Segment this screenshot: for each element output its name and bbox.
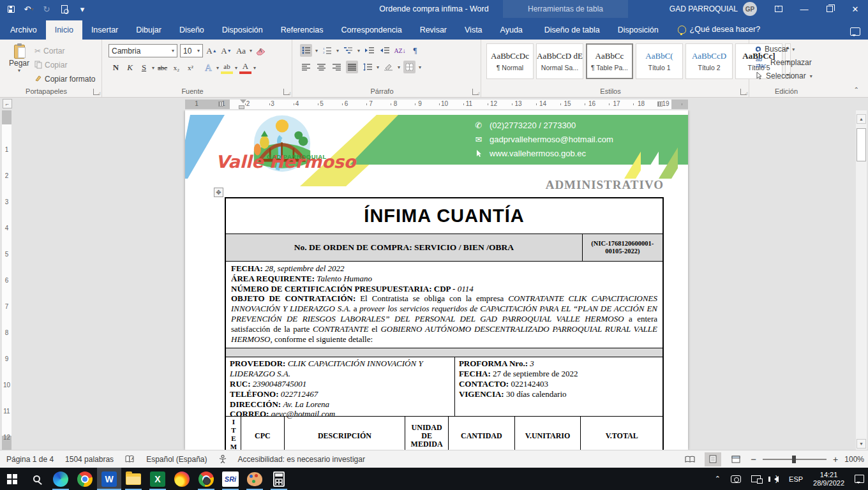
- find-button[interactable]: Buscar▾: [756, 45, 832, 54]
- taskbar-search-button[interactable]: [24, 468, 49, 490]
- style-titulo-1[interactable]: AaBbC(Título 1: [636, 43, 683, 79]
- col-v-total[interactable]: V.TOTAL: [580, 417, 662, 450]
- read-mode-icon[interactable]: [682, 452, 698, 466]
- grow-font-button[interactable]: A▲: [206, 45, 218, 57]
- align-right-button[interactable]: [331, 61, 343, 73]
- minimize-icon[interactable]: —: [791, 0, 817, 18]
- zoom-slider[interactable]: [763, 459, 827, 460]
- style-normal-sa[interactable]: AaBbCcD dENormal Sa...: [536, 43, 583, 79]
- network-icon[interactable]: [747, 468, 765, 490]
- web-layout-icon[interactable]: [728, 452, 744, 466]
- tab-insertar[interactable]: Insertar: [82, 20, 127, 40]
- change-case-button[interactable]: Aa: [235, 45, 247, 57]
- taskbar-word[interactable]: W: [97, 468, 121, 490]
- clock[interactable]: 14:2128/9/2022: [809, 468, 848, 490]
- print-preview-icon[interactable]: [59, 3, 70, 15]
- font-dialog-launcher[interactable]: [283, 89, 290, 95]
- col-cantidad[interactable]: CANTIDAD: [448, 417, 514, 450]
- tab-diseno[interactable]: Diseño: [170, 20, 213, 40]
- justify-button[interactable]: [346, 61, 358, 73]
- print-layout-icon[interactable]: [705, 452, 721, 466]
- close-icon[interactable]: ✕: [842, 0, 868, 18]
- strikethrough-button[interactable]: abc: [156, 61, 168, 74]
- tab-diseno-de-tabla[interactable]: Diseño de tabla: [535, 20, 609, 40]
- col-cpc[interactable]: CPC: [241, 417, 284, 450]
- save-icon[interactable]: [5, 3, 17, 15]
- highlight-button[interactable]: ab: [221, 61, 233, 74]
- tab-vista[interactable]: Vista: [456, 20, 491, 40]
- order-nic-code[interactable]: (NIC-1768120600001-00105-2022): [582, 234, 662, 261]
- taskbar-edge[interactable]: [49, 468, 73, 490]
- tray-expand-icon[interactable]: ⌃: [711, 468, 724, 490]
- restore-icon[interactable]: [817, 0, 842, 18]
- clipboard-dialog-launcher[interactable]: [93, 89, 100, 95]
- tab-referencias[interactable]: Referencias: [272, 20, 333, 40]
- format-painter-button[interactable]: Copiar formato: [34, 72, 95, 85]
- customize-qat-icon[interactable]: ▾: [77, 3, 88, 15]
- borders-button[interactable]: [403, 61, 415, 73]
- taskbar-calculator[interactable]: [267, 468, 291, 490]
- taskbar-chrome-profile[interactable]: [194, 468, 218, 490]
- col-item[interactable]: ITEM: [226, 417, 241, 450]
- style-titulo-2[interactable]: AaBbCcDTítulo 2: [685, 43, 733, 79]
- align-center-button[interactable]: [315, 61, 327, 73]
- shrink-font-button[interactable]: A▼: [220, 45, 232, 57]
- zoom-out-icon[interactable]: −: [751, 454, 756, 464]
- bullets-button[interactable]: [300, 44, 312, 57]
- start-button[interactable]: [0, 468, 24, 490]
- language-indicator[interactable]: Español (España): [146, 455, 207, 464]
- replace-button[interactable]: ab⇄acReemplazar: [756, 56, 832, 69]
- col-unidad-medida[interactable]: UNIDAD DE MEDIDA: [405, 417, 448, 450]
- comment-icon[interactable]: [850, 27, 860, 36]
- hanging-indent-marker[interactable]: [239, 105, 244, 109]
- redo-icon[interactable]: ↻: [41, 3, 52, 15]
- provider-cell[interactable]: PROVEEDOR: CLIK CAPACITACIÓN INNOVACIÓN …: [226, 357, 454, 416]
- account-name[interactable]: GAD PARROQUIAL: [670, 4, 738, 13]
- sort-button[interactable]: AZ↓: [394, 44, 406, 57]
- tab-correspondencia[interactable]: Correspondencia: [332, 20, 410, 40]
- accessibility-status[interactable]: Accesibilidad: es necesario investigar: [238, 455, 365, 464]
- volume-icon[interactable]: [767, 468, 782, 490]
- bold-button[interactable]: N: [110, 61, 122, 74]
- zoom-slider-thumb[interactable]: [792, 456, 796, 463]
- meet-now-icon[interactable]: [727, 468, 745, 490]
- taskbar-paint[interactable]: [243, 468, 267, 490]
- accessibility-icon[interactable]: [219, 455, 227, 463]
- tab-dibujar[interactable]: Dibujar: [127, 20, 170, 40]
- document-page[interactable]: ✆(02)2773220 / 2773300 ✉gadprvallehermos…: [185, 110, 688, 450]
- style-normal[interactable]: AaBbCcDc¶ Normal: [486, 43, 534, 79]
- tab-archivo[interactable]: Archivo: [1, 20, 46, 40]
- superscript-button[interactable]: x²: [184, 61, 197, 74]
- decrease-indent-button[interactable]: [363, 44, 375, 57]
- tab-inicio[interactable]: Inicio: [46, 20, 82, 40]
- tab-ayuda[interactable]: Ayuda: [491, 20, 532, 40]
- table-column-marker[interactable]: [218, 101, 223, 107]
- select-button[interactable]: Seleccionar▾: [756, 71, 832, 80]
- vertical-scrollbar[interactable]: ▲ ▼: [856, 110, 867, 450]
- paragraph-dialog-launcher[interactable]: [472, 89, 479, 95]
- collapse-ribbon-icon[interactable]: ⌃: [854, 86, 859, 93]
- clear-formatting-button[interactable]: A: [255, 45, 267, 57]
- order-number-label[interactable]: No. DE ORDEN DE COMPRA: SERVICIO / BIEN …: [226, 234, 582, 261]
- proforma-cell[interactable]: PROFORMA Nro.: 3 FECHA: 27 de septiembre…: [454, 357, 662, 416]
- taskbar-file-explorer[interactable]: [121, 468, 146, 490]
- tab-selector[interactable]: ⌐: [3, 99, 12, 108]
- font-size-select[interactable]: 10▾: [180, 44, 203, 57]
- font-family-select[interactable]: Cambria▾: [108, 44, 177, 57]
- table-move-handle[interactable]: ✥: [214, 188, 223, 197]
- styles-dialog-launcher[interactable]: [740, 89, 747, 95]
- shading-button[interactable]: [382, 61, 394, 73]
- tell-me-box[interactable]: ¿Qué desea hacer?: [678, 25, 761, 40]
- italic-button[interactable]: K: [124, 61, 136, 74]
- scroll-up-icon[interactable]: ▲: [857, 114, 866, 124]
- col-v-unitario[interactable]: V.UNITARIO: [514, 417, 581, 450]
- zoom-in-icon[interactable]: +: [833, 454, 838, 464]
- taskbar-firefox[interactable]: [170, 468, 194, 490]
- scrollbar-thumb[interactable]: [857, 128, 866, 161]
- subscript-button[interactable]: x₂: [170, 61, 183, 74]
- copy-button[interactable]: Copiar: [34, 58, 95, 71]
- document-title[interactable]: ÍNFIMA CUANTÍA: [364, 205, 524, 226]
- style-table-paragraph[interactable]: AaBbCc¶ Table Pa...: [586, 43, 633, 79]
- undo-icon[interactable]: ↶▾: [23, 3, 34, 15]
- increase-indent-button[interactable]: [378, 44, 391, 57]
